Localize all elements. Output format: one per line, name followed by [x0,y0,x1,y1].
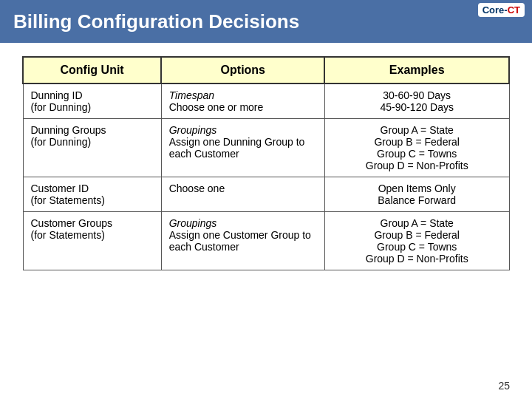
example-3-line1: Open Items Only [378,183,456,194]
option-1-line1: Timespan [169,89,214,101]
example-1-line2: 45-90-120 Days [380,101,454,113]
option-2-line2: Assign one Dunning Group to each Custome… [169,136,305,160]
options-cell-2: Groupings Assign one Dunning Group to ea… [161,119,324,177]
config-cell-2: Dunning Groups (for Dunning) [23,119,161,177]
header-options: Options [161,57,324,83]
config-unit-2-line1: Dunning Groups [31,124,106,136]
examples-cell-4: Group A = State Group B = Federal Group … [324,212,509,270]
table-row: Dunning Groups (for Dunning) Groupings A… [23,119,509,177]
logo: Core-CT [478,3,525,17]
config-unit-4-line1: Customer Groups [31,217,112,229]
table-row: Customer Groups (for Statements) Groupin… [23,212,509,270]
header-bar: Billing Configuration Decisions [0,0,532,43]
option-4-line2: Assign one Customer Group to each Custom… [169,229,311,253]
page-title: Billing Configuration Decisions [13,10,299,33]
table-header-row: Config Unit Options Examples [23,57,509,83]
option-4-line1: Groupings [169,217,217,229]
example-4-line3: Group C = Towns [377,241,457,253]
table-row: Dunning ID (for Dunning) Timespan Choose… [23,83,509,119]
header-config-unit: Config Unit [23,57,161,83]
config-unit-1-line2: (for Dunning) [31,101,92,113]
example-4-line2: Group B = Federal [374,229,460,241]
page-container: Core-CT Billing Configuration Decisions … [0,0,532,399]
header-examples: Examples [324,57,509,83]
example-1-line1: 30-60-90 Days [383,89,451,101]
config-cell-4: Customer Groups (for Statements) [23,212,161,270]
config-table: Config Unit Options Examples Dunning ID … [22,56,510,270]
logo-ct: CT [508,4,520,16]
example-2-line2: Group B = Federal [374,136,460,148]
option-3-line1: Choose one [169,183,225,194]
examples-cell-2: Group A = State Group B = Federal Group … [324,119,509,177]
config-unit-3-line2: (for Statements) [31,194,105,206]
config-unit-4-line2: (for Statements) [31,229,105,241]
options-cell-4: Groupings Assign one Customer Group to e… [161,212,324,270]
examples-cell-3: Open Items Only Balance Forward [324,177,509,212]
config-unit-1-line1: Dunning ID [31,89,83,101]
table-row: Customer ID (for Statements) Choose one … [23,177,509,212]
logo-core: Core- [482,4,508,16]
option-2-line1: Groupings [169,124,217,136]
example-2-line3: Group C = Towns [377,148,457,160]
main-content: Config Unit Options Examples Dunning ID … [0,43,532,278]
config-unit-2-line2: (for Dunning) [31,136,92,148]
options-cell-1: Timespan Choose one or more [161,83,324,119]
example-4-line1: Group A = State [381,217,454,229]
example-2-line1: Group A = State [381,124,454,136]
page-number: 25 [498,380,510,392]
config-cell-1: Dunning ID (for Dunning) [23,83,161,119]
example-3-line2: Balance Forward [378,194,456,206]
example-2-line4: Group D = Non-Profits [366,160,468,171]
examples-cell-1: 30-60-90 Days 45-90-120 Days [324,83,509,119]
config-cell-3: Customer ID (for Statements) [23,177,161,212]
config-unit-3-line1: Customer ID [31,183,89,194]
option-1-line2: Choose one or more [169,101,264,113]
example-4-line4: Group D = Non-Profits [366,253,468,265]
options-cell-3: Choose one [161,177,324,212]
